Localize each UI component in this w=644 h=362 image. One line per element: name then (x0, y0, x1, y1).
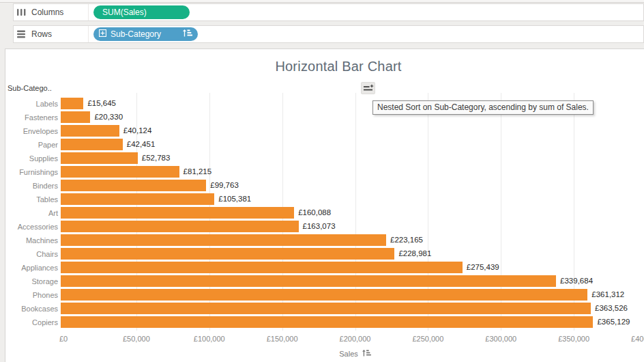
bar-track: £223,165 (61, 234, 644, 247)
bar-track: £228,981 (61, 247, 644, 261)
category-label[interactable]: Envelopes (5, 124, 61, 138)
bar[interactable] (61, 316, 593, 328)
expand-plus-icon[interactable] (99, 29, 106, 39)
row-field-header[interactable]: Sub-Catego.. (8, 84, 52, 92)
bar[interactable] (61, 275, 556, 287)
sort-tooltip: Nested Sort on Sub-Category, ascending b… (372, 100, 594, 115)
x-tick-label: £100,000 (194, 335, 225, 343)
category-label[interactable]: Storage (5, 275, 61, 288)
bar-value-label: £275,439 (467, 261, 499, 274)
bar-track: £81,215 (61, 165, 644, 179)
bar-row: Phones£361,312 (5, 288, 644, 302)
category-label[interactable]: Phones (5, 288, 61, 302)
x-tick-label: £200,000 (340, 335, 371, 343)
bar-track: £105,381 (61, 193, 644, 206)
columns-bars-icon (17, 8, 26, 16)
bar-value-label: £160,088 (298, 206, 331, 219)
bar-row: Furnishings£81,215 (5, 165, 644, 179)
bar[interactable] (61, 262, 463, 273)
bar[interactable] (61, 289, 587, 301)
bar-track: £361,312 (61, 288, 644, 302)
bar[interactable] (61, 166, 179, 178)
rows-shelf-text: Rows (31, 29, 52, 39)
bar[interactable] (61, 98, 83, 109)
x-tick-label: £0 (59, 335, 68, 343)
bar-value-label: £365,129 (597, 316, 630, 329)
bar[interactable] (61, 152, 138, 164)
sub-category-pill-label: Sub-Category (111, 29, 179, 39)
bar-track: £339,684 (61, 275, 644, 288)
x-tick-label: £300,000 (485, 335, 516, 343)
worksheet-view: Horizontal Bar Chart Sub-Catego.. Labels… (5, 48, 644, 362)
x-axis-label: Sales (339, 350, 358, 358)
bar-row: Supplies£52,783 (5, 152, 644, 165)
columns-shelf[interactable]: Columns SUM(Sales) (13, 3, 644, 21)
bar[interactable] (61, 221, 299, 232)
sum-sales-pill[interactable]: SUM(Sales) (93, 5, 190, 19)
x-tick-label: £250,000 (412, 335, 443, 343)
bar[interactable] (61, 125, 119, 137)
bar[interactable] (61, 234, 386, 246)
category-label[interactable]: Bookcases (5, 302, 61, 316)
category-label[interactable]: Chairs (5, 247, 61, 261)
nested-sort-icon[interactable] (361, 82, 375, 94)
bar[interactable] (61, 180, 206, 191)
category-label[interactable]: Copiers (5, 316, 61, 329)
bar-value-label: £228,981 (398, 247, 431, 260)
bar-row: Art£160,088 (5, 206, 644, 220)
sub-category-pill[interactable]: Sub-Category (93, 27, 198, 41)
x-tick-label: £50,000 (123, 335, 150, 343)
axis-sort-ascending-icon[interactable] (362, 350, 371, 358)
bar[interactable] (61, 303, 591, 314)
rows-pill-area: Sub-Category (89, 27, 198, 41)
category-label[interactable]: Art (5, 206, 61, 220)
category-label[interactable]: Tables (5, 193, 61, 206)
rows-shelf[interactable]: Rows Sub-Category (13, 25, 644, 43)
category-label[interactable]: Binders (5, 179, 61, 193)
bar-track: £275,439 (61, 261, 644, 275)
x-tick-label: £150,000 (267, 335, 298, 343)
category-label[interactable]: Furnishings (5, 165, 61, 179)
bar-value-label: £223,165 (390, 234, 423, 247)
bar[interactable] (61, 193, 214, 205)
category-label[interactable]: Labels (5, 97, 61, 111)
category-label[interactable]: Appliances (5, 261, 61, 275)
x-tick-label: £400,000 (631, 335, 644, 343)
bar-row: Copiers£365,129 (5, 316, 644, 329)
rows-lines-icon (17, 30, 26, 38)
bar-row: Storage£339,684 (5, 275, 644, 288)
bar[interactable] (61, 111, 90, 123)
bar-value-label: £42,451 (127, 138, 156, 151)
bar-value-label: £52,783 (142, 152, 171, 165)
bar-value-label: £15,645 (87, 97, 116, 110)
bar-value-label: £163,073 (303, 220, 336, 233)
category-label[interactable]: Paper (5, 138, 61, 152)
bar[interactable] (61, 207, 294, 219)
bar-track: £160,088 (61, 206, 644, 220)
columns-shelf-label: Columns (14, 4, 89, 20)
bar-value-label: £81,215 (184, 165, 212, 178)
category-label[interactable]: Supplies (5, 152, 61, 165)
columns-shelf-text: Columns (31, 8, 63, 17)
category-label[interactable]: Accessories (5, 220, 61, 234)
bar-value-label: £363,526 (595, 302, 628, 315)
bar-value-label: £40,124 (123, 124, 152, 137)
bar-track: £363,526 (61, 302, 644, 316)
bar[interactable] (61, 139, 123, 150)
bar[interactable] (61, 248, 394, 260)
x-tick-label: £350,000 (558, 335, 589, 343)
columns-pill-area: SUM(Sales) (89, 5, 190, 19)
bar-rows: Labels£15,645Fasteners£20,330Envelopes£4… (5, 97, 644, 329)
category-label[interactable]: Fasteners (5, 111, 61, 124)
category-label[interactable]: Machines (5, 234, 61, 247)
bar-track: £52,783 (61, 152, 644, 165)
bar-row: Machines£223,165 (5, 234, 644, 247)
bar-row: Accessories£163,073 (5, 220, 644, 234)
bar-track: £365,129 (61, 316, 644, 329)
bar-row: Tables£105,381 (5, 193, 644, 206)
bar-value-label: £361,312 (591, 288, 624, 301)
sum-sales-pill-label: SUM(Sales) (102, 8, 147, 17)
bar-track: £40,124 (61, 124, 644, 138)
sort-ascending-icon[interactable] (183, 29, 192, 39)
x-axis-title: Sales (63, 350, 644, 358)
